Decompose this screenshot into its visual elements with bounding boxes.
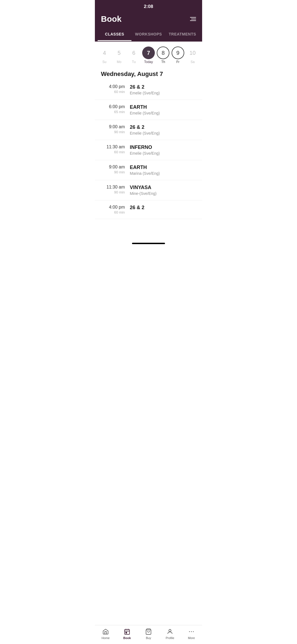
class-time: 11:30 am 60 min <box>101 144 130 154</box>
class-row[interactable]: 4:00 pm 60 min 26 & 2 <box>95 200 202 219</box>
date-label-9: Fr <box>176 60 179 64</box>
date-num-5: 5 <box>113 47 125 59</box>
class-time-main: 9:00 am <box>101 165 125 170</box>
status-bar: 2:08 <box>95 0 202 11</box>
date-cell-4[interactable]: 4 Su <box>98 47 111 64</box>
class-time: 4:00 pm 60 min <box>101 84 130 94</box>
class-time-main: 4:00 pm <box>101 84 125 89</box>
date-num-8: 8 <box>157 47 169 59</box>
date-num-4: 4 <box>98 47 111 59</box>
date-label-10: Sa <box>191 60 195 64</box>
class-time-duration: 60 min <box>101 210 125 214</box>
date-label-7: Today <box>144 60 153 64</box>
date-label-5: Mo <box>117 60 122 64</box>
date-cell-5[interactable]: 5 Mo <box>113 47 125 64</box>
tab-classes[interactable]: CLASSES <box>98 29 131 41</box>
date-num-10: 10 <box>186 47 199 59</box>
date-cell-6[interactable]: 6 Tu <box>128 47 140 64</box>
class-time: 6:00 pm 65 min <box>101 104 130 114</box>
class-time: 4:00 pm 60 min <box>101 205 130 214</box>
class-row[interactable]: 9:00 am 90 min EARTH Marina (Sve/Eng) <box>95 160 202 180</box>
class-time-duration: 65 min <box>101 110 125 114</box>
page-title: Book <box>101 14 122 24</box>
class-instructor: Mine-(Sve/Eng) <box>130 191 196 196</box>
class-row[interactable]: 4:00 pm 60 min 26 & 2 Emelie (Sve/Eng) <box>95 80 202 100</box>
class-time-main: 11:30 am <box>101 185 125 190</box>
date-cell-8[interactable]: 8 Th <box>157 47 169 64</box>
class-name: EARTH <box>130 165 196 170</box>
class-info: EARTH Emelie (Sve/Eng) <box>130 104 196 115</box>
class-time-duration: 90 min <box>101 130 125 134</box>
filter-button[interactable] <box>190 17 196 21</box>
class-row[interactable]: 6:00 pm 65 min EARTH Emelie (Sve/Eng) <box>95 100 202 120</box>
tab-workshops[interactable]: WORKSHOPS <box>131 29 165 41</box>
class-instructor: Emelie (Sve/Eng) <box>130 131 196 135</box>
filter-line-2 <box>191 19 196 19</box>
class-list: 4:00 pm 60 min 26 & 2 Emelie (Sve/Eng) 6… <box>95 80 202 241</box>
class-instructor: Emelie (Sve/Eng) <box>130 111 196 115</box>
date-num-9: 9 <box>172 47 184 59</box>
tab-treatments[interactable]: TREATMENTS <box>166 29 199 41</box>
date-cell-9[interactable]: 9 Fr <box>172 47 184 64</box>
date-num-7: 7 <box>142 47 155 59</box>
filter-line-3 <box>190 20 196 21</box>
class-instructor: Emelie (Sve/Eng) <box>130 91 196 95</box>
class-time: 9:00 am 90 min <box>101 124 130 134</box>
date-num-6: 6 <box>128 47 140 59</box>
class-name: 26 & 2 <box>130 84 196 90</box>
class-time-main: 6:00 pm <box>101 104 125 109</box>
date-cell-10[interactable]: 10 Sa <box>186 47 199 64</box>
class-row[interactable]: 9:00 am 90 min 26 & 2 Emelie (Sve/Eng) <box>95 120 202 140</box>
class-info: VINYASA Mine-(Sve/Eng) <box>130 185 196 196</box>
status-time: 2:08 <box>144 4 153 9</box>
class-info: 26 & 2 <box>130 205 196 211</box>
class-name: 26 & 2 <box>130 124 196 130</box>
class-time: 11:30 am 90 min <box>101 185 130 194</box>
class-name: VINYASA <box>130 185 196 190</box>
class-time-main: 4:00 pm <box>101 205 125 210</box>
class-time-duration: 90 min <box>101 170 125 174</box>
class-info: 26 & 2 Emelie (Sve/Eng) <box>130 124 196 135</box>
header: Book <box>95 11 202 29</box>
class-time-main: 11:30 am <box>101 144 125 149</box>
class-time-duration: 90 min <box>101 190 125 194</box>
date-label-8: Th <box>161 60 165 64</box>
class-time-main: 9:00 am <box>101 124 125 129</box>
class-info: INFERNO Emelie (Sve/Eng) <box>130 144 196 155</box>
date-cell-7[interactable]: 7 Today <box>142 47 155 64</box>
date-label-6: Tu <box>132 60 136 64</box>
class-row[interactable]: 11:30 am 60 min INFERNO Emelie (Sve/Eng) <box>95 140 202 160</box>
class-info: EARTH Marina (Sve/Eng) <box>130 165 196 176</box>
home-indicator <box>132 243 165 244</box>
class-time: 9:00 am 90 min <box>101 165 130 174</box>
date-picker: 4 Su 5 Mo 6 Tu 7 Today 8 Th 9 Fr 10 Sa <box>95 42 202 67</box>
class-row[interactable]: 11:30 am 90 min VINYASA Mine-(Sve/Eng) <box>95 180 202 200</box>
class-instructor: Marina (Sve/Eng) <box>130 171 196 176</box>
class-time-duration: 60 min <box>101 90 125 94</box>
tab-navigation: CLASSES WORKSHOPS TREATMENTS <box>95 29 202 42</box>
class-time-duration: 60 min <box>101 150 125 154</box>
class-info: 26 & 2 Emelie (Sve/Eng) <box>130 84 196 95</box>
class-instructor: Emelie (Sve/Eng) <box>130 151 196 155</box>
date-heading: Wednesday, August 7 <box>95 67 202 80</box>
date-label-4: Su <box>102 60 106 64</box>
class-name: 26 & 2 <box>130 205 196 211</box>
filter-line-1 <box>190 17 196 18</box>
class-name: EARTH <box>130 104 196 110</box>
class-name: INFERNO <box>130 144 196 150</box>
